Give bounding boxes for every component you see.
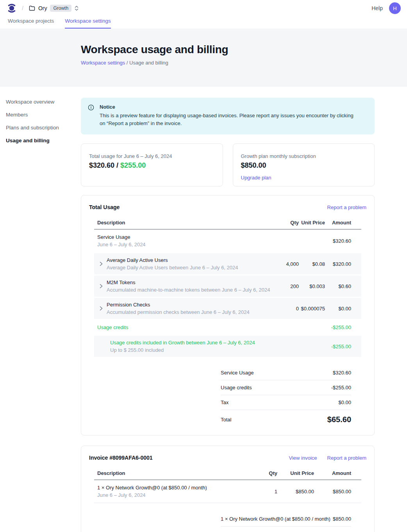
line-item-qty: 0 xyxy=(271,306,299,312)
usage-credits-amount: -$255.00 xyxy=(325,324,351,330)
report-problem-link-invoice[interactable]: Report a problem xyxy=(327,455,366,461)
breadcrumb-workspace-settings-link[interactable]: Workspace settings xyxy=(81,60,125,66)
topbar: / Ory Growth Help H xyxy=(0,0,407,16)
col-description: Description xyxy=(97,220,271,226)
sidebar-item-workspace-overview[interactable]: Workspace overview xyxy=(6,98,81,106)
preview-notice: Notice This is a preview feature for dis… xyxy=(81,98,375,134)
breadcrumb-sep: / xyxy=(125,60,129,66)
invoice-item-amount: $850.00 xyxy=(314,489,351,494)
sidebar-item-plans-subscription[interactable]: Plans and subscription xyxy=(6,124,81,132)
invoice-table: Description Qty Unit Price Amount 1 × Or… xyxy=(94,467,361,532)
breadcrumb-separator: / xyxy=(22,5,23,11)
summary-label: Tax xyxy=(221,399,228,405)
invoice-card: Invoice #8099AFA6-0001 View invoice Repo… xyxy=(81,446,375,532)
table-row-invoice-item: 1 × Ory Network Growth@0 (at $850.00 / m… xyxy=(94,480,361,503)
usage-sep: / xyxy=(114,161,120,169)
invoice-summary: 1 × Ory Network Growth@0 (at $850.00 / m… xyxy=(221,512,351,532)
breadcrumb-current: Usage and billing xyxy=(129,60,168,66)
usage-spent: $320.60 xyxy=(89,161,114,169)
usage-table: Description Qty Unit Price Amount Servic… xyxy=(94,217,361,425)
line-item-qty: 200 xyxy=(271,283,299,289)
table-row-permission-checks[interactable]: Permission Checks Accumulated permission… xyxy=(94,298,361,319)
line-item-amount: $0.00 xyxy=(325,306,351,312)
summary-row: Service Usage $320.60 xyxy=(221,365,351,380)
page-header: Workspace usage and billing Workspace se… xyxy=(0,29,407,87)
chevron-right-icon[interactable] xyxy=(94,284,104,288)
table-row-avg-daily-active-users[interactable]: Average Daily Active Users Average Daily… xyxy=(94,253,361,274)
total-label: Total xyxy=(221,417,231,423)
sidebar-item-members[interactable]: Members xyxy=(6,111,81,119)
workspace-switcher[interactable]: Ory Growth xyxy=(29,5,79,12)
summary-row: Tax $0.00 xyxy=(221,527,351,532)
credits-detail-amount: -$255.00 xyxy=(325,344,351,349)
avatar[interactable]: H xyxy=(389,2,401,14)
summary-label: Service Usage xyxy=(221,370,254,376)
usage-summary: Service Usage $320.60 Usage credits -$25… xyxy=(221,365,351,425)
chevron-right-icon[interactable] xyxy=(94,262,104,266)
col-description: Description xyxy=(97,470,250,476)
page-title: Workspace usage and billing xyxy=(81,43,407,56)
usage-table-header: Description Qty Unit Price Amount xyxy=(94,217,361,229)
invoice-item-qty: 1 xyxy=(250,489,277,494)
summary-label: 1 × Ory Network Growth@0 (at $850.00 / m… xyxy=(221,516,330,522)
workspace-tabs: Workspace projects Workspace settings xyxy=(0,16,407,29)
summary-value: -$255.00 xyxy=(331,385,351,390)
credits-detail-title: Usage credits included in Growth between… xyxy=(110,340,271,346)
table-row-usage-credits-detail: Usage credits included in Growth between… xyxy=(94,336,361,357)
line-item-subtitle: Average Daily Active Users between June … xyxy=(107,265,238,270)
invoice-item-period: June 6 – July 6, 2024 xyxy=(97,492,250,498)
line-item-unit-price: $0.08 xyxy=(299,261,325,267)
table-row-usage-credits: Usage credits -$255.00 xyxy=(94,319,361,336)
notice-title: Notice xyxy=(100,104,357,110)
chevron-right-icon[interactable] xyxy=(94,306,104,311)
line-item-amount: $0.60 xyxy=(325,283,351,289)
upgrade-plan-link[interactable]: Upgrade plan xyxy=(241,175,271,181)
service-usage-amount: $320.60 xyxy=(325,238,351,244)
summary-row: 1 × Ory Network Growth@0 (at $850.00 / m… xyxy=(221,512,351,527)
total-usage-invoice-card: Total Usage Report a problem Description… xyxy=(81,195,375,435)
view-invoice-link[interactable]: View invoice xyxy=(289,455,317,461)
line-item-unit-price: $0.003 xyxy=(299,283,325,289)
total-usage-card: Total usage for June 6 – July 6, 2024 $3… xyxy=(81,143,223,186)
line-item-title: Average Daily Active Users xyxy=(107,257,238,263)
workspace-name: Ory xyxy=(38,5,47,11)
help-link[interactable]: Help xyxy=(371,5,383,11)
ory-logo-icon[interactable] xyxy=(7,3,16,13)
report-problem-link-usage[interactable]: Report a problem xyxy=(327,204,366,210)
tab-workspace-settings[interactable]: Workspace settings xyxy=(65,18,111,29)
table-row-service-usage: Service Usage June 6 – July 6, 2024 $320… xyxy=(94,229,361,252)
invoice-title: Invoice #8099AFA6-0001 xyxy=(89,455,153,461)
subscription-label: Growth plan monthly subscription xyxy=(241,153,367,159)
usage-card-title: Total Usage xyxy=(89,204,120,210)
folder-icon xyxy=(29,5,35,11)
summary-row: Usage credits -$255.00 xyxy=(221,380,351,395)
summary-value: $0.00 xyxy=(338,399,351,405)
total-value: $65.60 xyxy=(327,415,351,424)
table-row-m2m-tokens[interactable]: M2M Tokens Accumulated machine-to-machin… xyxy=(94,276,361,297)
breadcrumb: Workspace settings / Usage and billing xyxy=(81,60,407,66)
line-item-title: M2M Tokens xyxy=(107,279,270,285)
line-item-subtitle: Accumulated permission checks between Ju… xyxy=(107,309,250,315)
subscription-card: Growth plan monthly subscription $850.00… xyxy=(233,143,375,186)
col-unit-price: Unit Price xyxy=(277,470,314,476)
summary-label: Usage credits xyxy=(221,385,252,390)
tab-workspace-projects[interactable]: Workspace projects xyxy=(8,18,54,29)
summary-value: $850.00 xyxy=(333,516,351,522)
line-item-qty: 4,000 xyxy=(271,261,299,267)
sidebar-item-usage-billing[interactable]: Usage and billing xyxy=(6,136,81,145)
total-usage-amount: $320.60 / $255.00 xyxy=(89,161,215,170)
chevron-updown-icon xyxy=(75,5,79,11)
col-unit-price: Unit Price xyxy=(299,220,325,226)
invoice-table-header: Description Qty Unit Price Amount xyxy=(94,467,361,480)
col-amount: Amount xyxy=(325,220,351,226)
col-qty: Qty xyxy=(271,220,299,226)
col-amount: Amount xyxy=(314,470,351,476)
notice-body: This is a preview feature for displaying… xyxy=(100,112,357,127)
service-usage-period: June 6 – July 6, 2024 xyxy=(97,242,271,247)
subscription-amount: $850.00 xyxy=(241,161,367,170)
line-item-subtitle: Accumulated machine-to-machine tokens be… xyxy=(107,287,270,293)
invoice-item-title: 1 × Ory Network Growth@0 (at $850.00 / m… xyxy=(97,485,250,491)
summary-total-row: Total $65.60 xyxy=(221,410,351,425)
summary-row: Tax $0.00 xyxy=(221,395,351,410)
col-qty: Qty xyxy=(250,470,277,476)
